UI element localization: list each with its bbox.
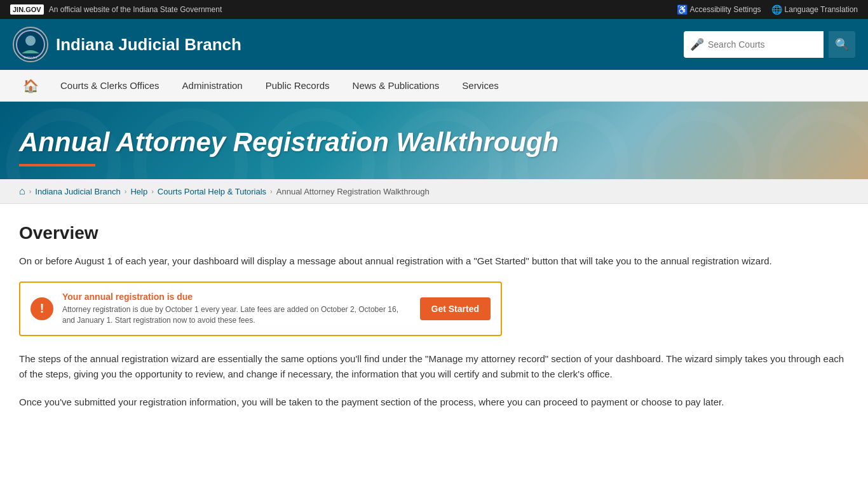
search-area: 🎤 🔍 [684,31,855,58]
jin-logo: JIN.GOV [10,4,44,15]
accessibility-icon: ♿ [677,4,688,15]
get-started-button[interactable]: Get Started [420,297,491,320]
breadcrumb-home-icon[interactable]: ⌂ [19,186,25,197]
breadcrumb-sep-2: › [151,187,154,195]
logo-area: INDIANA Indiana Judicial Branch [13,27,241,62]
search-icon: 🔍 [835,37,849,51]
alert-text-area: Your annual registration is due Attorney… [62,292,411,326]
alert-title: Your annual registration is due [62,292,411,302]
language-translation-link[interactable]: 🌐 Language Translation [771,4,858,15]
logo-circle: INDIANA [13,27,48,62]
alert-body: Attorney registration is due by October … [62,304,411,326]
alert-icon: ! [31,297,53,320]
hero-section: Annual Attorney Registration Walkthrough [0,102,868,179]
payment-paragraph: Once you've submitted your registration … [19,395,849,410]
breadcrumb: ⌂ › Indiana Judicial Branch › Help › Cou… [0,179,868,204]
nav-news-publications[interactable]: News & Publications [341,70,451,101]
breadcrumb-help[interactable]: Help [130,187,147,196]
top-bar: JIN.GOV An official website of the India… [0,0,868,19]
svg-point-1 [25,36,36,46]
globe-icon: 🌐 [771,4,782,15]
breadcrumb-sep-0: › [29,187,32,195]
language-label: Language Translation [785,5,858,14]
content-area: Overview On or before August 1 of each y… [0,204,868,448]
breadcrumb-sep-3: › [270,187,273,195]
breadcrumb-courts-portal-help[interactable]: Courts Portal Help & Tutorials [158,187,266,196]
site-title: Indiana Judicial Branch [56,35,241,55]
breadcrumb-current: Annual Attorney Registration Walkthrough [276,187,430,196]
svg-text:INDIANA: INDIANA [24,56,37,59]
search-input[interactable] [708,39,817,50]
accessibility-label: Accessibility Settings [690,5,761,14]
intro-paragraph: On or before August 1 of each year, your… [19,254,849,269]
top-bar-left: JIN.GOV An official website of the India… [10,4,222,15]
main-nav: 🏠 Courts & Clerks Offices Administration… [0,70,868,102]
nav-administration[interactable]: Administration [171,70,254,101]
search-box: 🎤 [684,31,824,58]
microphone-icon[interactable]: 🎤 [690,37,704,51]
overview-heading: Overview [19,223,849,243]
accessibility-settings-link[interactable]: ♿ Accessibility Settings [677,4,761,15]
header: INDIANA Indiana Judicial Branch 🎤 🔍 [0,19,868,70]
breadcrumb-sep-1: › [125,187,127,195]
wizard-description-paragraph: The steps of the annual registration wiz… [19,351,849,382]
nav-courts-clerks[interactable]: Courts & Clerks Offices [49,70,171,101]
hero-underline [19,164,95,166]
nav-home[interactable]: 🏠 [13,71,49,101]
registration-alert-box: ! Your annual registration is due Attorn… [19,281,502,336]
search-button[interactable]: 🔍 [829,31,855,58]
nav-public-records[interactable]: Public Records [254,70,341,101]
official-text: An official website of the Indiana State… [49,5,222,14]
page-title: Annual Attorney Registration Walkthrough [19,127,849,158]
nav-services[interactable]: Services [451,70,510,101]
top-bar-right: ♿ Accessibility Settings 🌐 Language Tran… [677,4,858,15]
breadcrumb-indiana-judicial[interactable]: Indiana Judicial Branch [35,187,120,196]
